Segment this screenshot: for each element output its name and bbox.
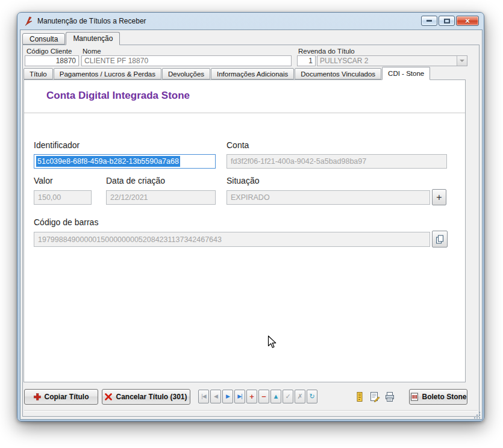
identificador-selected-text: 51c039e8-68f8-459a-b282-13b5590a7a68 [36,156,180,167]
cancelar-titulo-button[interactable]: Cancelar Título (301) [102,389,190,405]
combo-arrow-icon [460,60,464,62]
nome-label: Nome [83,48,101,55]
document-edit-button[interactable] [369,391,381,403]
nav-insert-icon: + [249,394,254,399]
valor-label: Valor [34,176,53,185]
boleto-stone-button[interactable]: Boleto Stone [409,389,467,405]
valor-field[interactable]: 150,00 [34,190,92,205]
revenda-combo-value: PULLYSCAR 2 [320,57,368,65]
copiar-titulo-button[interactable]: Copiar Título [24,389,98,405]
copy-plus-icon [34,393,41,400]
panel-heading: Conta Digital Integrada Stone [46,90,190,102]
nav-next-button[interactable]: ▶ [222,390,233,403]
nav-edit-icon: ▲ [273,394,280,399]
cancel-x-icon [105,393,112,400]
nav-edit-button[interactable]: ▲ [270,390,281,403]
nav-refresh-icon: ↻ [309,394,314,399]
identificador-field[interactable]: 51c039e8-68f8-459a-b282-13b5590a7a68 [34,154,216,169]
nav-insert-button[interactable]: + [246,390,257,403]
nav-first-button[interactable]: |◀ [198,390,209,403]
manutencao-tab-page: Código Cliente 18870 Nome CLIENTE PF 188… [22,45,480,417]
nav-cancel-icon: ✗ [297,394,302,399]
cdi-stone-panel: Conta Digital Integrada Stone Identifica… [23,79,466,382]
titlebar[interactable]: Manutenção de Títulos a Receber × [17,13,484,30]
nav-post-button[interactable]: ✓ [283,390,293,403]
revenda-combo-dropdown-button[interactable] [457,56,467,66]
cancelar-titulo-label: Cancelar Título (301) [116,393,187,401]
codigo-barras-field[interactable]: 1979988490000015000000005208423113734246… [34,232,430,247]
nome-field[interactable]: CLIENTE PF 18870 [81,55,292,66]
printer-button[interactable] [384,391,396,403]
close-button[interactable]: × [456,16,479,26]
tab-pagamentos-lucros-perdas[interactable]: Pagamentos / Lucros & Perdas [54,68,161,79]
minimize-button[interactable] [421,16,437,26]
heading-divider [24,113,465,113]
nav-delete-button[interactable]: − [258,390,269,403]
boleto-icon [410,393,419,401]
window-title: Manutenção de Títulos a Receber [37,17,146,25]
nav-refresh-button[interactable]: ↻ [307,390,317,403]
maximize-button[interactable] [439,16,455,26]
conta-label: Conta [227,140,249,150]
resize-grip[interactable] [473,411,481,419]
document-edit-icon [369,391,380,402]
revenda-combo[interactable]: PULLYSCAR 2 [317,55,467,66]
notepad-icon [354,391,365,402]
minimize-icon [426,20,432,22]
tab-documentos-vinculados[interactable]: Documentos Vinculados [295,68,381,79]
record-navigator: |◀ ◀ ▶ ▶| + − ▲ ✓ ✗ ↻ [198,390,317,403]
nav-prior-icon: ◀ [214,394,217,399]
close-icon: × [465,17,470,25]
notepad-button[interactable] [354,391,366,403]
situacao-add-button[interactable]: + [432,189,446,205]
main-tab-bar: Consulta Manutenção [22,31,120,45]
tab-cdi-stone[interactable]: CDI - Stone [382,67,430,80]
copy-barcode-button[interactable] [432,231,448,247]
window-client-area: Consulta Manutenção Código Cliente 18870… [20,30,483,420]
nav-delete-icon: − [261,394,266,399]
conta-field[interactable]: fd3f2f06-1f21-400a-9042-5a5bad98ba97 [227,154,447,169]
app-window: Manutenção de Títulos a Receber × Consul… [17,12,484,422]
identificador-label: Identificador [34,140,80,150]
tab-devolucoes[interactable]: Devoluções [162,68,210,79]
window-controls: × [421,16,479,26]
copy-icon [436,235,444,244]
data-criacao-field[interactable]: 22/12/2021 [106,190,216,205]
sub-tab-bar: Título Pagamentos / Lucros & Perdas Devo… [23,67,430,79]
revenda-numero-field[interactable]: 1 [297,55,316,66]
situacao-add-icon: + [436,193,442,202]
copiar-titulo-label: Copiar Título [45,393,89,401]
codigo-cliente-field[interactable]: 18870 [25,55,79,66]
tab-informacoes-adicionais[interactable]: Informações Adicionais [211,68,294,79]
nav-post-icon: ✓ [285,394,290,399]
nav-next-icon: ▶ [226,394,230,399]
nav-last-icon: ▶| [237,394,242,399]
data-criacao-label: Data de criação [106,176,165,185]
app-icon[interactable] [23,16,33,26]
tab-consulta[interactable]: Consulta [22,33,65,45]
boleto-stone-label: Boleto Stone [422,393,467,401]
toolbar-icon-group [354,390,396,404]
nav-first-icon: |◀ [201,394,205,399]
resize-grip-icon [473,411,481,419]
tab-titulo[interactable]: Título [23,68,53,79]
nav-prior-button[interactable]: ◀ [210,390,221,403]
nav-last-button[interactable]: ▶| [234,390,245,403]
app-icon-glyph [23,16,33,26]
printer-icon [384,391,395,402]
status-divider [24,410,478,411]
maximize-icon [444,19,450,23]
situacao-field[interactable]: EXPIRADO [227,190,430,205]
situacao-label: Situação [227,176,259,185]
nav-cancel-button[interactable]: ✗ [295,390,305,403]
revenda-label: Revenda do Título [298,48,355,55]
tab-manutencao[interactable]: Manutenção [66,32,120,45]
codigo-cliente-label: Código Cliente [27,48,72,55]
codigo-barras-label: Código de barras [34,217,98,227]
